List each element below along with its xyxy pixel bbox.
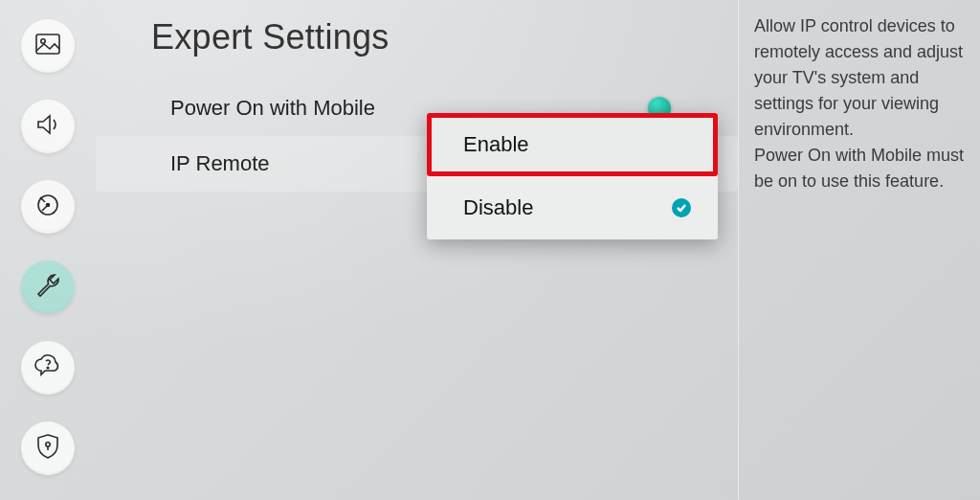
satellite-icon xyxy=(32,189,64,225)
info-text: Allow IP control devices to remotely acc… xyxy=(754,13,965,194)
info-panel: Allow IP control devices to remotely acc… xyxy=(739,0,980,500)
sidebar-item-broadcast[interactable] xyxy=(21,180,75,234)
page-title: Expert Settings xyxy=(96,17,738,57)
main-panel: Expert Settings Power On with Mobile IP … xyxy=(96,0,739,500)
setting-label: Power On with Mobile xyxy=(170,96,375,121)
sidebar-item-privacy[interactable] xyxy=(21,421,75,475)
dropdown-option-enable[interactable]: Enable xyxy=(427,113,718,176)
option-label: Disable xyxy=(463,195,533,220)
wrench-icon xyxy=(32,269,64,306)
help-cloud-icon xyxy=(32,350,64,386)
settings-sidebar xyxy=(0,0,96,500)
picture-icon xyxy=(32,28,64,64)
dropdown-option-disable[interactable]: Disable xyxy=(427,176,718,239)
svg-point-5 xyxy=(46,443,50,446)
option-label: Enable xyxy=(463,132,529,157)
svg-point-1 xyxy=(41,39,45,43)
ip-remote-dropdown: Enable Disable xyxy=(427,113,718,239)
speaker-icon xyxy=(32,108,64,145)
svg-point-3 xyxy=(47,204,50,207)
shield-lock-icon xyxy=(32,430,64,466)
svg-point-4 xyxy=(47,367,49,369)
svg-rect-0 xyxy=(36,34,59,54)
sidebar-item-general[interactable] xyxy=(21,261,75,314)
setting-label: IP Remote xyxy=(170,151,270,176)
sidebar-item-picture[interactable] xyxy=(21,19,75,73)
sidebar-item-sound[interactable] xyxy=(21,100,75,153)
check-icon xyxy=(672,198,691,217)
sidebar-item-support[interactable] xyxy=(21,341,75,395)
